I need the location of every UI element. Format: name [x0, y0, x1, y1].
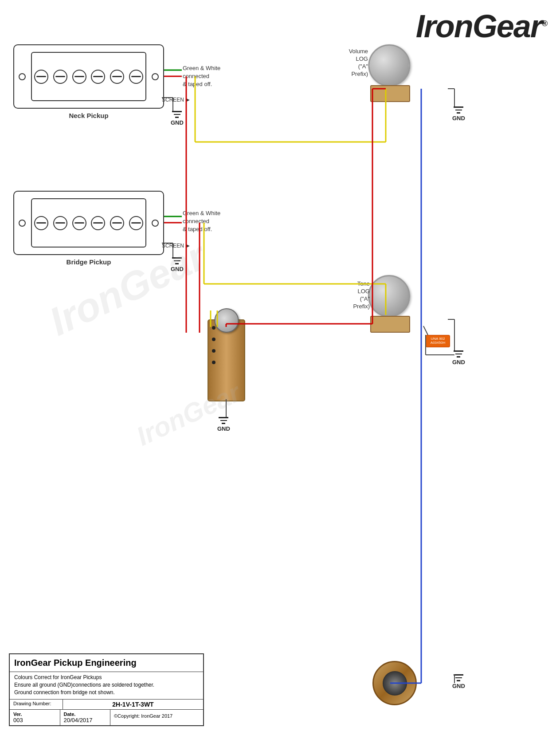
tone-pot-body: [370, 316, 410, 333]
terminal-4: [212, 361, 215, 364]
footer-date-value: 20/04/2017: [64, 717, 107, 723]
bridge-pickup: [13, 191, 164, 255]
footer-date: Date. 20/04/2017: [60, 710, 111, 725]
pole-screw-6: [129, 70, 143, 84]
footer-copyright: ©Copyright: IronGear 2017: [110, 710, 203, 725]
volume-label: Volume LOG ("A" Prefix): [346, 48, 368, 78]
footer-drawing-row: Drawing Number: 2H-1V-1T-3WT: [10, 699, 203, 709]
switch-container: [208, 319, 245, 401]
switch-knob: [214, 308, 239, 333]
bridge-pole-screw-5: [110, 216, 124, 230]
bridge-pickup-label: Bridge Pickup: [13, 258, 164, 266]
pole-screw-5: [110, 70, 124, 84]
logo: IronGear®: [416, 8, 547, 44]
gnd-volume: GND: [452, 106, 465, 122]
tone-pot-container: [368, 275, 410, 317]
svg-line-21: [423, 326, 428, 335]
bridge-pickup-inner: [31, 198, 146, 248]
bridge-screen-label: SCREEN ►: [162, 243, 191, 249]
pole-screw-3: [72, 70, 86, 84]
volume-pot-knob: [368, 44, 410, 86]
tone-label: Tone LOG ("A" Prefix): [348, 280, 370, 311]
gnd-tone: GND: [452, 350, 465, 366]
bridge-pole-screw-4: [91, 216, 105, 230]
footer-line-1: Colours Correct for IronGear Pickups: [14, 674, 199, 680]
footer-info: Colours Correct for IronGear Pickups Ens…: [10, 672, 203, 699]
volume-pot-body: [370, 85, 410, 102]
jack-socket: [383, 671, 407, 696]
footer-copyright-text: ©Copyright: IronGear 2017: [114, 711, 200, 719]
neck-pickup-label: Neck Pickup: [13, 112, 164, 119]
terminal-1: [212, 326, 215, 330]
footer-ver-label: Ver.: [13, 711, 56, 717]
footer-title: IronGear Pickup Engineering: [10, 654, 203, 672]
bridge-pickup-left-dot: [19, 220, 26, 227]
switch-terminals: [212, 326, 215, 364]
wiring-diagram: [0, 0, 560, 735]
terminal-3: [212, 349, 215, 353]
neck-green-white-label: Green & Whiteconnected& taped off.: [183, 64, 220, 89]
footer-ver: Ver. 003: [10, 710, 60, 725]
bridge-pickup-right-dot: [152, 220, 159, 227]
footer-line-3: Ground connection from bridge not shown.: [14, 689, 199, 696]
neck-pickup-left-dot: [19, 73, 26, 80]
volume-pot-container: [368, 44, 410, 86]
gnd-switch: GND: [217, 417, 230, 432]
neck-pickup: [13, 44, 164, 109]
gnd-bridge-screen: GND: [171, 257, 184, 272]
pole-screw-2: [53, 70, 67, 84]
logo-text: IronGear: [416, 8, 542, 44]
gnd-neck-screen: GND: [171, 111, 184, 126]
bridge-pole-screw-1: [34, 216, 48, 230]
footer-ver-value: 003: [13, 717, 56, 723]
footer-date-label: Date.: [64, 711, 107, 717]
footer-meta-row: Ver. 003 Date. 20/04/2017 ©Copyright: Ir…: [10, 709, 203, 725]
bridge-green-white-label: Green & Whiteconnected& taped off.: [183, 209, 220, 234]
neck-pickup-inner: [31, 52, 146, 101]
footer-drawing-value: 2H-1V-1T-3WT: [63, 700, 203, 709]
footer-drawing-label: Drawing Number:: [10, 700, 63, 709]
pole-screw-4: [91, 70, 105, 84]
footer-line-2: Ensure all ground (GND)connections are s…: [14, 682, 199, 688]
capacitor: UNA 902A03450H: [426, 335, 450, 347]
logo-registered: ®: [542, 19, 547, 28]
bridge-pole-screw-3: [72, 216, 86, 230]
footer-box: IronGear Pickup Engineering Colours Corr…: [9, 653, 204, 726]
jack-container: [372, 661, 417, 705]
jack-body: [372, 661, 417, 705]
neck-screen-label: SCREEN ►: [162, 97, 191, 103]
tone-pot-knob: [368, 275, 410, 317]
gnd-jack: GND: [452, 674, 465, 689]
bridge-pole-screw-6: [129, 216, 143, 230]
bridge-pole-screw-2: [53, 216, 67, 230]
pole-screw-1: [34, 70, 48, 84]
neck-pickup-right-dot: [152, 73, 159, 80]
terminal-2: [212, 338, 215, 341]
